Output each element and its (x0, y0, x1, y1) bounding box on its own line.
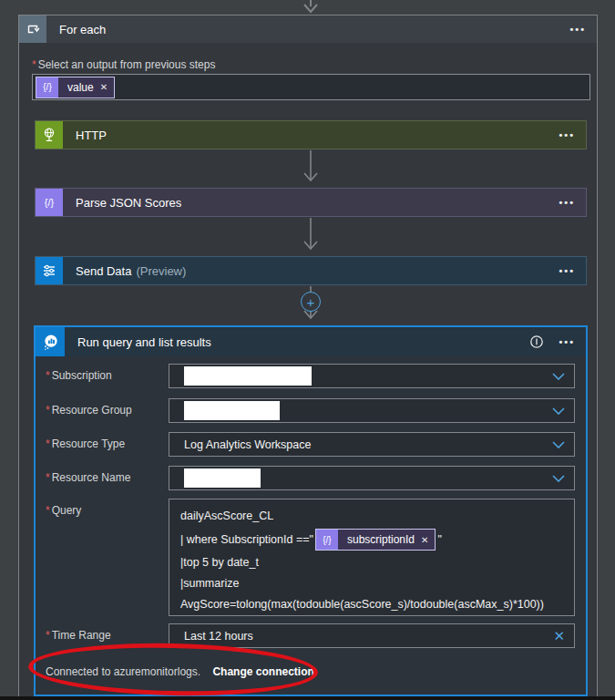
query-input[interactable]: dailyAscScore_CL | where SubscriptionId … (169, 499, 575, 616)
run-query-card: Run query and list results ••• *Subscrip… (34, 325, 588, 696)
redacted-value (184, 468, 261, 488)
insert-step-button[interactable]: + (301, 292, 321, 312)
chevron-down-icon (552, 475, 565, 482)
resource-type-label: *Resource Type (46, 438, 125, 450)
select-output-label: *Select an output from previous steps (32, 58, 215, 71)
select-output-input[interactable]: {/} value ✕ (32, 74, 590, 100)
run-query-menu-button[interactable]: ••• (559, 337, 575, 347)
for-each-header[interactable]: For each ••• (19, 15, 597, 43)
send-data-sliders-icon (36, 257, 63, 284)
query-line-4: |summarize (180, 573, 574, 594)
http-title: HTTP (76, 129, 107, 142)
chevron-down-icon (552, 441, 565, 448)
query-line-3: |top 5 by date_t (180, 552, 574, 573)
parse-json-braces-icon: {/} (36, 189, 63, 216)
subscription-id-token[interactable]: {/} subscriptionId ✕ (315, 529, 436, 551)
screenshot-bottom-edge (0, 696, 615, 700)
subscription-dropdown[interactable] (169, 364, 575, 388)
change-connection-link[interactable]: Change connection. (212, 665, 317, 678)
chevron-down-icon (552, 407, 565, 415)
value-token-label: value (58, 77, 98, 98)
required-marker: * (32, 58, 36, 71)
plus-icon: + (307, 295, 315, 309)
send-data-title: Send Data (76, 264, 131, 278)
connection-status-text: Connected to azuremonitorlogs. (46, 665, 200, 678)
send-data-menu-button[interactable]: ••• (559, 266, 575, 276)
redacted-value (184, 366, 312, 386)
subscription-id-token-close-icon[interactable]: ✕ (419, 530, 435, 550)
time-range-input[interactable]: Last 12 hours ✕ (169, 623, 575, 648)
http-globe-icon (36, 121, 63, 149)
clear-value-icon[interactable]: ✕ (553, 629, 565, 643)
run-query-header[interactable]: Run query and list results ••• (36, 327, 586, 356)
parse-json-action-card[interactable]: {/} Parse JSON Scores ••• (35, 188, 587, 217)
resource-type-dropdown[interactable]: Log Analytics Workspace (169, 432, 575, 457)
resource-type-value: Log Analytics Workspace (184, 438, 311, 451)
resource-group-dropdown[interactable] (169, 398, 575, 423)
query-label: *Query (46, 504, 81, 517)
query-line-1: dailyAscScore_CL (180, 506, 574, 527)
for-each-title: For each (59, 23, 106, 36)
info-icon[interactable] (529, 335, 544, 349)
value-token[interactable]: {/} value ✕ (36, 77, 115, 98)
parse-json-title: Parse JSON Scores (76, 196, 181, 210)
dynamic-content-icon: {/} (316, 530, 338, 550)
dynamic-content-icon: {/} (36, 77, 58, 98)
chevron-down-icon (552, 373, 565, 380)
for-each-menu-button[interactable]: ••• (569, 25, 586, 35)
run-query-title: Run query and list results (77, 335, 211, 349)
query-line-2: | where SubscriptionId ==" {/} subscript… (180, 527, 574, 552)
send-data-preview-badge: (Preview) (136, 264, 186, 278)
resource-name-dropdown[interactable] (169, 466, 575, 490)
send-data-action-card[interactable]: Send Data (Preview) ••• (35, 256, 587, 285)
resource-name-label: *Resource Name (46, 471, 130, 484)
subscription-label: *Subscription (46, 369, 112, 382)
monitor-logs-icon (36, 327, 65, 356)
connection-footer: Connected to azuremonitorlogs. Change co… (46, 665, 317, 678)
value-token-close-icon[interactable]: ✕ (98, 77, 114, 98)
query-line-5: AvgScore=tolong(max(todouble(ascScore_s)… (180, 594, 574, 615)
resource-group-label: *Resource Group (46, 404, 132, 417)
for-each-loop-icon (19, 15, 46, 43)
time-range-value: Last 12 hours (184, 630, 253, 643)
subscription-id-token-label: subscriptionId (338, 530, 419, 550)
http-menu-button[interactable]: ••• (559, 130, 575, 140)
time-range-label: *Time Range (46, 629, 111, 642)
parse-json-menu-button[interactable]: ••• (559, 198, 575, 208)
redacted-value (184, 401, 280, 420)
connector-arrow-top (301, 0, 321, 15)
http-action-card[interactable]: HTTP ••• (35, 120, 587, 149)
